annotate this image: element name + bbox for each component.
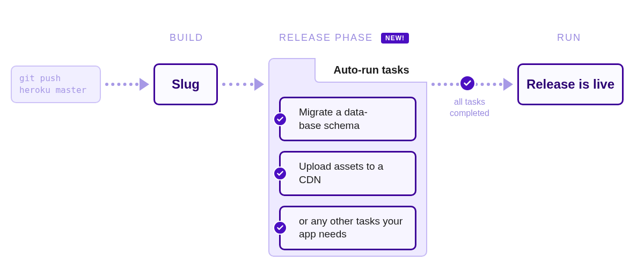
slug-label: Slug xyxy=(172,77,200,92)
slug-box: Slug xyxy=(153,63,218,105)
task-text: Migrate a data- base schema xyxy=(299,106,368,131)
stage-label-run: RUN xyxy=(557,32,581,44)
arrowhead-icon xyxy=(254,78,264,91)
arrow-build xyxy=(105,83,149,86)
all-tasks-check-icon xyxy=(459,75,476,92)
task-text: or any other tasks your app needs xyxy=(299,215,402,240)
task-item: Migrate a data- base schema xyxy=(279,97,416,141)
flow-diagram: BUILD RELEASE PHASE NEW! RUN git push he… xyxy=(0,0,644,275)
release-phase-text: RELEASE PHASE xyxy=(279,32,373,43)
task-text: Upload assets to a CDN xyxy=(299,161,383,185)
check-icon xyxy=(273,221,287,235)
release-live-box: Release is live xyxy=(517,63,624,105)
task-list: Migrate a data- base schema Upload asset… xyxy=(279,97,416,250)
all-tasks-completed-label: all tasks completed xyxy=(440,97,499,119)
stage-label-build: BUILD xyxy=(170,32,203,44)
panel-title: Auto-run tasks xyxy=(333,64,409,76)
check-icon xyxy=(273,167,287,180)
arrow-release xyxy=(222,83,264,86)
git-push-box: git push heroku master xyxy=(11,66,101,103)
git-push-command: git push heroku master xyxy=(19,73,86,96)
release-phase-panel: Auto-run tasks Migrate a data- base sche… xyxy=(268,58,427,257)
new-badge: NEW! xyxy=(381,33,409,44)
arrowhead-icon xyxy=(140,78,149,91)
panel-title-tab: Auto-run tasks xyxy=(314,58,427,83)
check-icon xyxy=(273,112,287,126)
release-live-label: Release is live xyxy=(526,77,614,92)
arrowhead-icon xyxy=(503,78,513,91)
task-item: Upload assets to a CDN xyxy=(279,151,416,196)
stage-label-release: RELEASE PHASE NEW! xyxy=(279,32,409,44)
task-item: or any other tasks your app needs xyxy=(279,206,416,250)
